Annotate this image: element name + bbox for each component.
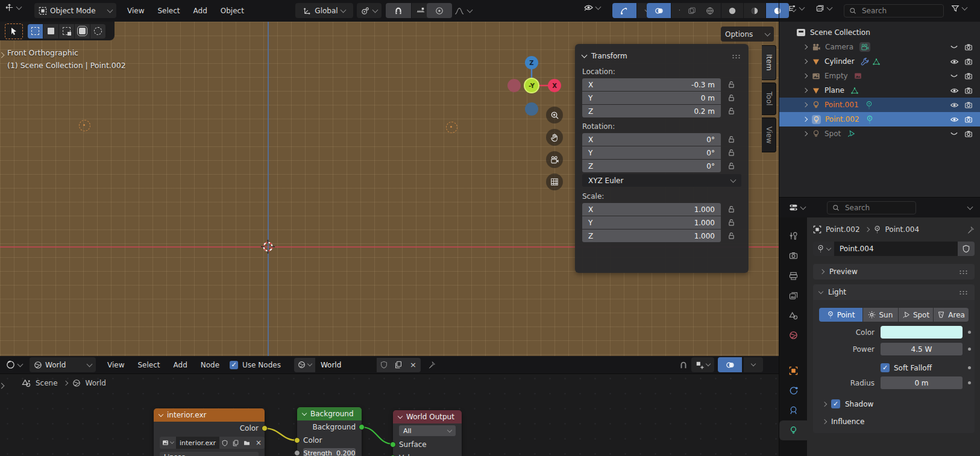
expand-icon[interactable] [801, 74, 808, 78]
properties-search-input[interactable] [844, 203, 911, 213]
image-datablock-dropdown[interactable] [160, 437, 176, 449]
tab-object[interactable] [779, 361, 807, 381]
gizmo-neg-z-axis[interactable] [525, 102, 538, 116]
outliner-row-empty[interactable]: Empty [779, 69, 980, 83]
lock-icon[interactable] [721, 149, 741, 157]
lock-icon[interactable] [721, 136, 741, 143]
outliner-row-point-002[interactable]: Point.002 [779, 112, 980, 126]
disable-render-toggle[interactable] [961, 58, 976, 66]
fake-user-button[interactable] [377, 358, 391, 372]
outliner-search[interactable] [844, 4, 944, 17]
hide-viewport-toggle[interactable] [947, 72, 961, 80]
menu-view[interactable]: View [121, 3, 151, 19]
breadcrumb-scene[interactable]: Scene [36, 379, 58, 387]
tab-view-layer[interactable] [779, 286, 807, 305]
object-name[interactable]: Cylinder [825, 57, 855, 66]
fake-user-shield-button[interactable] [958, 242, 975, 256]
strength-field[interactable]: Strength 0.200 [303, 448, 356, 456]
camera-data-icon[interactable] [859, 42, 870, 52]
outliner-row-cylinder[interactable]: Cylinder [779, 54, 980, 69]
pin-icon[interactable] [428, 361, 436, 369]
background-output-socket[interactable] [359, 424, 365, 430]
light-type-spot[interactable]: Spot [899, 308, 934, 322]
lock-icon[interactable] [721, 219, 741, 226]
point-light-data-icon[interactable] [865, 115, 874, 124]
hide-viewport-toggle[interactable] [947, 58, 961, 66]
shadow-checkbox[interactable]: ✓ [831, 399, 840, 408]
hide-viewport-toggle[interactable] [947, 101, 961, 109]
transform-orientation-dropdown[interactable]: Global [295, 3, 353, 18]
world-datablock-dropdown[interactable] [294, 358, 315, 372]
node-image-texture[interactable]: interior.exr Color interior.exr × [154, 408, 265, 456]
shader-menu-add[interactable]: Add [167, 357, 194, 373]
scale-z-field[interactable]: Z1.000 [582, 230, 721, 242]
select-extend-button[interactable] [43, 24, 58, 39]
expand-icon[interactable] [801, 60, 808, 63]
mesh-data-icon[interactable] [850, 87, 859, 95]
light-name-field[interactable]: Point.004 [834, 242, 958, 256]
shader-editor-type-dropdown[interactable] [6, 360, 22, 369]
lock-icon[interactable] [721, 94, 741, 102]
lock-icon[interactable] [721, 162, 741, 170]
camera-view-button[interactable] [546, 151, 563, 168]
active-tool-tweak-button[interactable] [5, 23, 23, 39]
color-input-socket[interactable] [294, 437, 300, 443]
proportional-editing-toggle[interactable] [427, 3, 452, 18]
outliner-row-scene-collection[interactable]: Scene Collection [779, 25, 980, 40]
color-output-socket[interactable] [262, 425, 268, 431]
breadcrumb-object[interactable]: Point.002 [826, 225, 860, 234]
light-type-point[interactable]: Point [819, 308, 862, 322]
region-expand-arrow[interactable] [0, 51, 4, 59]
mesh-data-icon[interactable] [872, 58, 881, 66]
lock-icon[interactable] [721, 107, 741, 115]
use-nodes-checkbox[interactable]: ✓ [230, 361, 238, 369]
show-overlays-toggle[interactable] [647, 3, 671, 18]
collection-name[interactable]: Scene Collection [810, 28, 870, 37]
tab-object-data[interactable] [779, 420, 807, 440]
shadow-panel-header[interactable]: ✓ Shadow [817, 399, 971, 408]
tab-constraints[interactable] [779, 401, 807, 420]
breadcrumb-world[interactable]: World [86, 379, 106, 387]
options-button[interactable]: Options [721, 27, 774, 42]
region-expand-arrow[interactable] [0, 381, 4, 390]
tab-world[interactable] [779, 325, 807, 345]
world-name-field[interactable]: World [315, 358, 377, 372]
tab-scene[interactable] [779, 305, 807, 325]
scale-x-field[interactable]: X1.000 [582, 203, 721, 216]
spot-light-data-icon[interactable] [847, 130, 855, 138]
rotation-z-field[interactable]: Z0° [582, 160, 721, 172]
modifier-wrench-icon[interactable] [861, 57, 869, 66]
image-name-field[interactable]: interior.exr [176, 437, 219, 449]
node-world-output[interactable]: World Output All Surface Volume [393, 410, 462, 456]
transform-panel-title[interactable]: Transform [591, 52, 627, 60]
editor-type-dropdown[interactable] [5, 3, 21, 12]
expand-icon[interactable] [801, 117, 808, 121]
zoom-button[interactable] [546, 107, 563, 123]
gizmo-x-axis[interactable]: X [548, 79, 561, 92]
outliner-search-input[interactable] [861, 6, 938, 16]
select-intersect-button[interactable] [90, 24, 105, 39]
radius-field[interactable]: 0 m [881, 376, 963, 389]
light-datablock-dropdown[interactable] [813, 242, 834, 256]
snap-toggle[interactable] [386, 3, 411, 18]
breadcrumb-data[interactable]: Point.004 [885, 225, 920, 234]
shading-rendered-button[interactable] [766, 3, 789, 18]
npanel-tab-view[interactable]: View [762, 117, 776, 152]
expand-icon[interactable] [801, 132, 808, 136]
image-copy-button[interactable] [230, 437, 241, 449]
shader-editor[interactable]: World View Select Add Node ✓ Use Nodes W… [0, 356, 779, 456]
object-name[interactable]: Camera [825, 43, 853, 51]
outliner-display-mode-dropdown[interactable] [815, 4, 832, 13]
animate-dot[interactable] [968, 366, 971, 369]
lock-icon[interactable] [721, 81, 741, 89]
expand-icon[interactable] [801, 103, 808, 107]
expand-icon[interactable] [801, 89, 808, 92]
disable-render-toggle[interactable] [961, 72, 976, 80]
properties-editor-dropdown[interactable] [789, 204, 805, 211]
tab-output[interactable] [779, 266, 807, 286]
shader-menu-select[interactable]: Select [131, 357, 166, 373]
light-type-area[interactable]: Area [934, 308, 969, 322]
mode-dropdown[interactable]: Object Mode [34, 3, 116, 18]
hide-viewport-toggle[interactable] [947, 43, 961, 51]
new-copy-button[interactable] [391, 358, 406, 372]
